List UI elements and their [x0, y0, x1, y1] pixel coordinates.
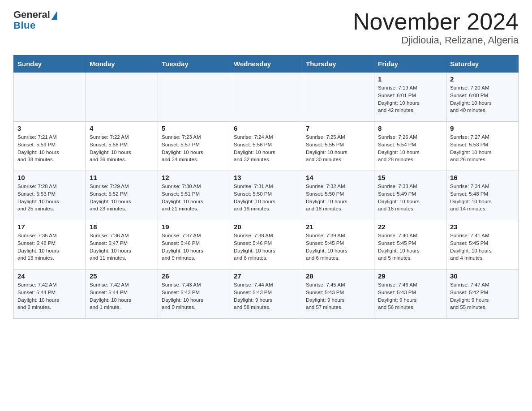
day-info: Sunrise: 7:29 AM Sunset: 5:52 PM Dayligh…: [90, 183, 154, 213]
calendar-day-cell: 24Sunrise: 7:42 AM Sunset: 5:44 PM Dayli…: [14, 270, 86, 319]
day-info: Sunrise: 7:35 AM Sunset: 5:48 PM Dayligh…: [17, 232, 82, 262]
day-info: Sunrise: 7:41 AM Sunset: 5:45 PM Dayligh…: [450, 232, 515, 262]
day-info: Sunrise: 7:30 AM Sunset: 5:51 PM Dayligh…: [162, 183, 226, 213]
weekday-header: Wednesday: [230, 56, 302, 73]
day-number: 5: [162, 124, 226, 132]
calendar-day-cell: 28Sunrise: 7:45 AM Sunset: 5:43 PM Dayli…: [302, 270, 374, 319]
day-info: Sunrise: 7:32 AM Sunset: 5:50 PM Dayligh…: [306, 183, 370, 213]
day-info: Sunrise: 7:25 AM Sunset: 5:55 PM Dayligh…: [306, 133, 370, 163]
logo-general: General: [13, 9, 57, 20]
day-number: 30: [450, 272, 515, 280]
day-number: 28: [306, 272, 370, 280]
day-number: 14: [306, 174, 370, 181]
day-info: Sunrise: 7:37 AM Sunset: 5:46 PM Dayligh…: [162, 232, 226, 262]
day-info: Sunrise: 7:44 AM Sunset: 5:43 PM Dayligh…: [234, 281, 298, 311]
weekday-header: Thursday: [302, 56, 374, 73]
day-info: Sunrise: 7:39 AM Sunset: 5:45 PM Dayligh…: [306, 232, 370, 262]
calendar-week-row: 17Sunrise: 7:35 AM Sunset: 5:48 PM Dayli…: [14, 220, 519, 270]
day-info: Sunrise: 7:21 AM Sunset: 5:59 PM Dayligh…: [17, 133, 82, 163]
day-number: 2: [450, 75, 515, 83]
weekday-header: Monday: [86, 56, 158, 73]
calendar-day-cell: 11Sunrise: 7:29 AM Sunset: 5:52 PM Dayli…: [86, 171, 158, 220]
day-number: 15: [378, 174, 442, 181]
day-info: Sunrise: 7:23 AM Sunset: 5:57 PM Dayligh…: [162, 133, 226, 163]
day-number: 18: [90, 223, 154, 231]
calendar-day-cell: [158, 73, 230, 122]
calendar-day-cell: 14Sunrise: 7:32 AM Sunset: 5:50 PM Dayli…: [302, 171, 374, 220]
day-info: Sunrise: 7:26 AM Sunset: 5:54 PM Dayligh…: [378, 133, 442, 163]
month-title: November 2024: [353, 9, 519, 34]
title-block: November 2024 Djidiouia, Relizane, Alger…: [353, 9, 519, 46]
calendar-header-row: SundayMondayTuesdayWednesdayThursdayFrid…: [14, 56, 519, 73]
calendar-day-cell: 12Sunrise: 7:30 AM Sunset: 5:51 PM Dayli…: [158, 171, 230, 220]
day-info: Sunrise: 7:24 AM Sunset: 5:56 PM Dayligh…: [234, 133, 298, 163]
logo: General Blue: [13, 9, 57, 31]
calendar-day-cell: 30Sunrise: 7:47 AM Sunset: 5:42 PM Dayli…: [446, 270, 519, 319]
day-info: Sunrise: 7:46 AM Sunset: 5:43 PM Dayligh…: [378, 281, 442, 311]
weekday-header: Friday: [374, 56, 446, 73]
calendar-day-cell: 15Sunrise: 7:33 AM Sunset: 5:49 PM Dayli…: [374, 171, 446, 220]
calendar-day-cell: 26Sunrise: 7:43 AM Sunset: 5:43 PM Dayli…: [158, 270, 230, 319]
day-number: 20: [234, 223, 298, 231]
day-info: Sunrise: 7:19 AM Sunset: 6:01 PM Dayligh…: [378, 84, 442, 114]
day-info: Sunrise: 7:42 AM Sunset: 5:44 PM Dayligh…: [90, 281, 154, 311]
day-number: 6: [234, 124, 298, 132]
calendar-day-cell: 4Sunrise: 7:22 AM Sunset: 5:58 PM Daylig…: [86, 122, 158, 171]
calendar-day-cell: 3Sunrise: 7:21 AM Sunset: 5:59 PM Daylig…: [14, 122, 86, 171]
day-info: Sunrise: 7:38 AM Sunset: 5:46 PM Dayligh…: [234, 232, 298, 262]
day-number: 22: [378, 223, 442, 231]
day-number: 12: [162, 174, 226, 181]
calendar-day-cell: 1Sunrise: 7:19 AM Sunset: 6:01 PM Daylig…: [374, 73, 446, 122]
calendar-week-row: 24Sunrise: 7:42 AM Sunset: 5:44 PM Dayli…: [14, 270, 519, 319]
calendar-day-cell: 5Sunrise: 7:23 AM Sunset: 5:57 PM Daylig…: [158, 122, 230, 171]
day-info: Sunrise: 7:43 AM Sunset: 5:43 PM Dayligh…: [162, 281, 226, 311]
day-number: 7: [306, 124, 370, 132]
calendar-day-cell: 19Sunrise: 7:37 AM Sunset: 5:46 PM Dayli…: [158, 220, 230, 270]
day-number: 9: [450, 124, 515, 132]
weekday-header: Saturday: [446, 56, 519, 73]
calendar-day-cell: [86, 73, 158, 122]
day-info: Sunrise: 7:34 AM Sunset: 5:48 PM Dayligh…: [450, 183, 515, 213]
calendar-day-cell: 27Sunrise: 7:44 AM Sunset: 5:43 PM Dayli…: [230, 270, 302, 319]
calendar-week-row: 3Sunrise: 7:21 AM Sunset: 5:59 PM Daylig…: [14, 122, 519, 171]
calendar-week-row: 1Sunrise: 7:19 AM Sunset: 6:01 PM Daylig…: [14, 73, 519, 122]
day-info: Sunrise: 7:20 AM Sunset: 6:00 PM Dayligh…: [450, 84, 515, 114]
day-number: 26: [162, 272, 226, 280]
calendar-day-cell: [302, 73, 374, 122]
day-info: Sunrise: 7:31 AM Sunset: 5:50 PM Dayligh…: [234, 183, 298, 213]
day-number: 16: [450, 174, 515, 181]
day-number: 8: [378, 124, 442, 132]
logo-blue: Blue: [13, 20, 57, 31]
day-number: 24: [17, 272, 82, 280]
location: Djidiouia, Relizane, Algeria: [353, 34, 519, 46]
day-info: Sunrise: 7:42 AM Sunset: 5:44 PM Dayligh…: [17, 281, 82, 311]
day-number: 13: [234, 174, 298, 181]
calendar-day-cell: 18Sunrise: 7:36 AM Sunset: 5:47 PM Dayli…: [86, 220, 158, 270]
day-number: 1: [378, 75, 442, 83]
day-info: Sunrise: 7:36 AM Sunset: 5:47 PM Dayligh…: [90, 232, 154, 262]
calendar-day-cell: 20Sunrise: 7:38 AM Sunset: 5:46 PM Dayli…: [230, 220, 302, 270]
day-number: 19: [162, 223, 226, 231]
calendar-day-cell: 2Sunrise: 7:20 AM Sunset: 6:00 PM Daylig…: [446, 73, 519, 122]
calendar-day-cell: 16Sunrise: 7:34 AM Sunset: 5:48 PM Dayli…: [446, 171, 519, 220]
calendar-day-cell: 17Sunrise: 7:35 AM Sunset: 5:48 PM Dayli…: [14, 220, 86, 270]
calendar-day-cell: 21Sunrise: 7:39 AM Sunset: 5:45 PM Dayli…: [302, 220, 374, 270]
day-info: Sunrise: 7:40 AM Sunset: 5:45 PM Dayligh…: [378, 232, 442, 262]
calendar-day-cell: 9Sunrise: 7:27 AM Sunset: 5:53 PM Daylig…: [446, 122, 519, 171]
day-info: Sunrise: 7:45 AM Sunset: 5:43 PM Dayligh…: [306, 281, 370, 311]
day-info: Sunrise: 7:22 AM Sunset: 5:58 PM Dayligh…: [90, 133, 154, 163]
calendar-day-cell: 6Sunrise: 7:24 AM Sunset: 5:56 PM Daylig…: [230, 122, 302, 171]
calendar-day-cell: 22Sunrise: 7:40 AM Sunset: 5:45 PM Dayli…: [374, 220, 446, 270]
page-header: General Blue November 2024 Djidiouia, Re…: [13, 9, 519, 46]
calendar-day-cell: 7Sunrise: 7:25 AM Sunset: 5:55 PM Daylig…: [302, 122, 374, 171]
day-number: 23: [450, 223, 515, 231]
calendar-day-cell: 25Sunrise: 7:42 AM Sunset: 5:44 PM Dayli…: [86, 270, 158, 319]
calendar-day-cell: 29Sunrise: 7:46 AM Sunset: 5:43 PM Dayli…: [374, 270, 446, 319]
calendar-day-cell: 10Sunrise: 7:28 AM Sunset: 5:53 PM Dayli…: [14, 171, 86, 220]
day-number: 3: [17, 124, 82, 132]
day-info: Sunrise: 7:47 AM Sunset: 5:42 PM Dayligh…: [450, 281, 515, 311]
day-number: 25: [90, 272, 154, 280]
day-info: Sunrise: 7:27 AM Sunset: 5:53 PM Dayligh…: [450, 133, 515, 163]
calendar-week-row: 10Sunrise: 7:28 AM Sunset: 5:53 PM Dayli…: [14, 171, 519, 220]
weekday-header: Tuesday: [158, 56, 230, 73]
